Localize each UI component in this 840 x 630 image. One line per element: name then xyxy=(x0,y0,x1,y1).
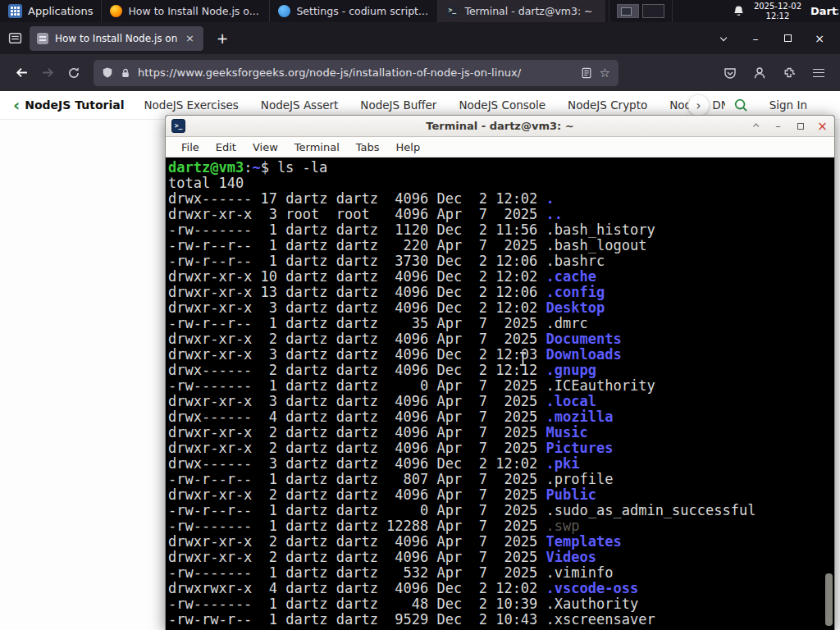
lock-icon[interactable] xyxy=(121,67,130,79)
site-nav-item[interactable]: NodeJS Console xyxy=(459,98,546,112)
terminal-output-line: drwxr-xr-x 2 dartz dartz 4096 Apr 7 2025… xyxy=(168,331,834,347)
workspace-switcher xyxy=(609,0,673,22)
file-name: .swp xyxy=(546,518,580,534)
file-name: Public xyxy=(546,486,596,503)
terminal-output-line: -rw------- 1 dartz dartz 48 Dec 2 10:39 … xyxy=(168,596,834,612)
terminal-minimize-button[interactable]: – xyxy=(772,120,784,133)
terminal-shade-button[interactable] xyxy=(750,120,762,133)
file-name: .profile xyxy=(546,471,614,487)
file-name: .Xauthority xyxy=(546,596,639,612)
file-name: .ICEauthority xyxy=(546,377,655,394)
browser-tab[interactable]: How to Install Node.js on... × xyxy=(30,26,203,51)
notification-bell-icon[interactable] xyxy=(733,5,745,17)
terminal-menu-edit[interactable]: Edit xyxy=(208,141,244,153)
taskbar-item[interactable]: Settings - codium script... xyxy=(269,0,437,22)
terminal-output-line: drwxr-xr-x 3 dartz dartz 4096 Dec 2 12:0… xyxy=(168,347,834,363)
taskbar-item[interactable]: Terminal - dartz@vm3: ~ xyxy=(437,0,605,22)
terminal-output-line: drwxr-xr-x 2 dartz dartz 4096 Apr 7 2025… xyxy=(168,425,834,441)
terminal-prompt-line: dartz@vm3:~$ls -la xyxy=(168,160,834,176)
terminal-close-button[interactable]: × xyxy=(816,120,829,133)
file-name: .config xyxy=(546,284,605,300)
terminal-menu-help[interactable]: Help xyxy=(388,141,429,153)
terminal-maximize-button[interactable] xyxy=(794,120,806,133)
terminal-scrollbar-thumb[interactable] xyxy=(825,573,833,626)
terminal-total-line: total 140 xyxy=(168,176,834,191)
terminal-output-line: drwxrwxr-x 4 dartz dartz 4096 Dec 2 12:0… xyxy=(168,581,834,596)
file-name: .vscode-oss xyxy=(546,580,639,596)
panel-clock[interactable]: 2025-12-02 12:12 xyxy=(754,2,801,21)
bookmark-star-icon[interactable]: ☆ xyxy=(600,66,610,80)
applications-menu[interactable]: Applications xyxy=(0,0,101,22)
terminal-menu-file[interactable]: File xyxy=(173,141,208,153)
prompt-path: ~ xyxy=(252,159,260,176)
workspace-2[interactable] xyxy=(642,4,664,18)
site-nav-item[interactable]: NodeJS Assert xyxy=(261,98,339,112)
file-name: .bash_logout xyxy=(546,237,647,253)
new-tab-button[interactable]: + xyxy=(211,30,234,47)
browser-minimize-button[interactable]: – xyxy=(743,28,768,49)
workspace-1[interactable] xyxy=(617,4,639,18)
firefox-view-icon[interactable] xyxy=(8,31,22,45)
file-name: Desktop xyxy=(546,299,605,316)
back-button[interactable] xyxy=(8,61,34,85)
terminal-output-line: drwx------ 17 dartz dartz 4096 Dec 2 12:… xyxy=(168,191,834,207)
top-panel: Applications How to Install Node.js o...… xyxy=(0,0,840,22)
nav-scroll-right-button[interactable]: › xyxy=(688,95,709,116)
url-text: https://www.geeksforgeeks.org/node-js/in… xyxy=(138,66,573,79)
site-search-icon[interactable] xyxy=(733,98,748,112)
extensions-icon[interactable] xyxy=(776,61,802,85)
user-menu[interactable]: Dartz xyxy=(810,5,838,17)
file-name: Documents xyxy=(546,331,622,347)
tab-close-icon[interactable]: × xyxy=(184,32,196,44)
sign-in-link[interactable]: Sign In xyxy=(769,98,807,112)
applications-label: Applications xyxy=(28,5,93,17)
site-nav-items: NodeJS ExercisesNodeJS AssertNodeJS Buff… xyxy=(144,98,725,112)
browser-close-button[interactable]: × xyxy=(807,28,832,49)
file-name: Pictures xyxy=(546,440,614,456)
terminal-output-line: drwxr-xr-x 13 dartz dartz 4096 Dec 2 12:… xyxy=(168,285,834,300)
terminal-output-line: -rw-r--r-- 1 dartz dartz 807 Apr 7 2025 … xyxy=(168,472,834,487)
terminal-menu-view[interactable]: View xyxy=(244,141,286,153)
clock-time: 12:12 xyxy=(766,11,790,21)
file-name: .gnupg xyxy=(546,362,596,378)
tab-favicon xyxy=(37,33,48,44)
panel-status-area: 2025-12-02 12:12 Dartz xyxy=(733,0,840,22)
terminal-window: >_ Terminal - dartz@vm3: ~ – × FileEditV… xyxy=(165,115,835,630)
file-name: .viminfo xyxy=(546,564,614,581)
terminal-output-line: -rw-rw-r-- 1 dartz dartz 9529 Dec 2 10:4… xyxy=(168,612,834,628)
terminal-title-bar[interactable]: >_ Terminal - dartz@vm3: ~ – × xyxy=(166,116,834,137)
pocket-icon[interactable] xyxy=(717,61,743,85)
file-name: .bashrc xyxy=(546,253,605,269)
terminal-output-line: -rw-r--r-- 1 dartz dartz 35 Apr 7 2025 .… xyxy=(168,316,834,331)
tracking-protection-shield-icon[interactable] xyxy=(102,66,113,79)
prompt-user-host: dartz@vm3 xyxy=(168,159,244,176)
forward-button[interactable] xyxy=(34,61,61,85)
site-nav-item[interactable]: NodeJS Exercises xyxy=(144,98,239,112)
terminal-icon xyxy=(446,5,459,17)
taskbar-item-title: Terminal - dartz@vm3: ~ xyxy=(464,5,592,17)
terminal-menu-terminal[interactable]: Terminal xyxy=(286,141,348,153)
reload-button[interactable] xyxy=(61,61,87,85)
task-list: How to Install Node.js o...Settings - co… xyxy=(101,0,605,22)
settings-icon xyxy=(278,5,290,17)
browser-maximize-button[interactable] xyxy=(775,28,800,49)
terminal-output-line: -rw-r--r-- 1 dartz dartz 220 Apr 7 2025 … xyxy=(168,238,834,253)
list-all-tabs-button[interactable] xyxy=(711,28,736,49)
site-nav-active-item[interactable]: ‹ NodeJS Tutorial xyxy=(13,97,125,113)
terminal-menu-tabs[interactable]: Tabs xyxy=(348,141,388,153)
file-name: .dmrc xyxy=(546,315,588,331)
site-nav-item[interactable]: NodeJS Buffer xyxy=(360,98,436,112)
terminal-output-line: -rw------- 1 dartz dartz 0 Apr 7 2025 .I… xyxy=(168,378,834,394)
terminal-output-line: drwxr-xr-x 3 dartz dartz 4096 Apr 7 2025… xyxy=(168,394,834,409)
terminal-output-line: drwxr-xr-x 10 dartz dartz 4096 Dec 2 12:… xyxy=(168,269,834,285)
reader-mode-icon[interactable] xyxy=(581,67,592,79)
url-bar[interactable]: https://www.geeksforgeeks.org/node-js/in… xyxy=(94,60,619,86)
site-nav-item[interactable]: NodeJS Crypto xyxy=(568,98,647,112)
terminal-app-icon: >_ xyxy=(171,119,185,133)
menu-icon[interactable] xyxy=(806,61,832,85)
terminal-content[interactable]: dartz@vm3:~$ls -la total 140 drwx------ … xyxy=(166,158,834,630)
chevron-left-icon: ‹ xyxy=(13,97,20,113)
terminal-output-line: -rw------- 1 dartz dartz 532 Apr 7 2025 … xyxy=(168,565,834,581)
taskbar-item[interactable]: How to Install Node.js o... xyxy=(101,0,269,22)
account-icon[interactable] xyxy=(746,61,773,85)
